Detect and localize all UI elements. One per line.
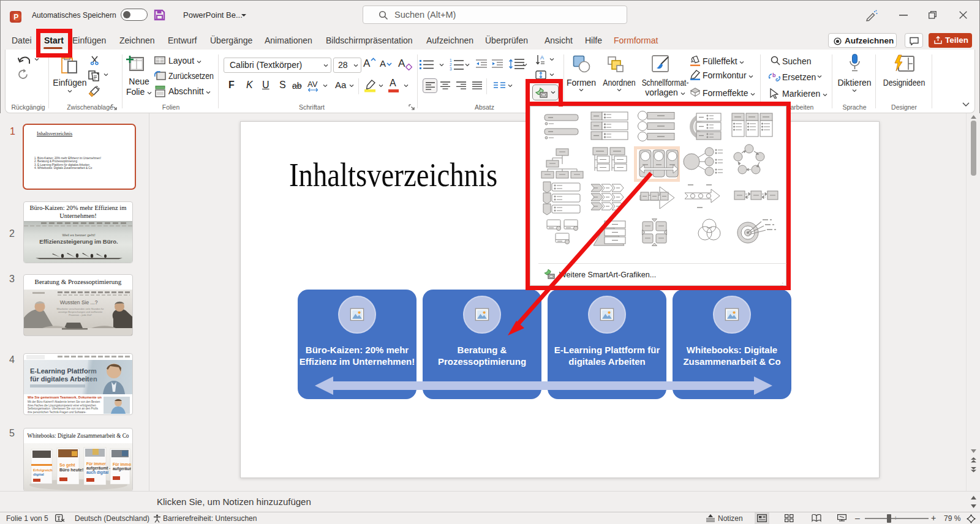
svg-text:Büro-Kaizen: 20% mehr: Büro-Kaizen: 20% mehr	[306, 345, 409, 355]
svg-text:Für immer: Für immer	[86, 462, 106, 466]
svg-text:digitales Arbeiten: digitales Arbeiten	[568, 356, 645, 367]
svg-text:3: 3	[450, 67, 452, 70]
svg-text:P: P	[13, 13, 18, 21]
svg-text:Büro heute!: Büro heute!	[59, 468, 83, 472]
svg-text:E-Learning Plattform für: E-Learning Plattform für	[554, 345, 660, 355]
svg-text:2: 2	[450, 62, 452, 67]
svg-text:Beratung &: Beratung &	[458, 345, 507, 355]
svg-text:digital: digital	[33, 473, 44, 476]
svg-text:Für immer: Für immer	[113, 462, 131, 466]
svg-text:Effizienz im Unternehmen!: Effizienz im Unternehmen!	[300, 356, 415, 367]
svg-text:So geht: So geht	[59, 463, 75, 468]
svg-text:c: c	[775, 77, 778, 83]
svg-text:Prozessoptimierung: Prozessoptimierung	[438, 356, 526, 367]
svg-text:Zusammenarbeit & Co: Zusammenarbeit & Co	[683, 356, 780, 367]
svg-text:1: 1	[450, 58, 452, 62]
svg-text:A: A	[540, 54, 544, 61]
svg-text:aufgeräumt: aufgeräumt	[113, 466, 131, 471]
svg-text:Whitebooks: Digitale: Whitebooks: Digitale	[687, 345, 777, 355]
svg-text:Erfolgreich: Erfolgreich	[33, 468, 53, 472]
svg-text:auch digital: auch digital	[86, 470, 108, 475]
